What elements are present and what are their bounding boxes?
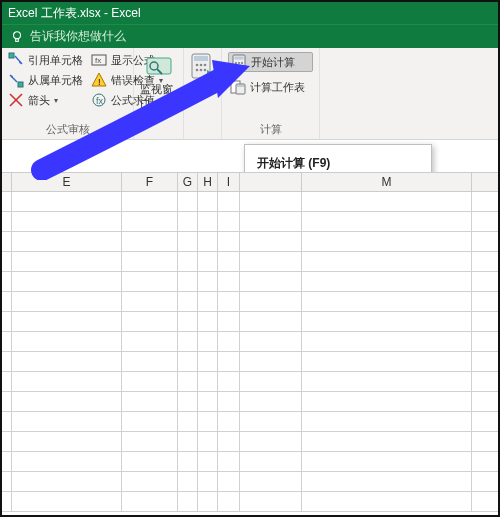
table-row[interactable] <box>2 212 498 232</box>
column-header[interactable]: E <box>12 173 122 191</box>
cell[interactable] <box>218 252 240 271</box>
column-header[interactable]: I <box>218 173 240 191</box>
cell[interactable] <box>12 352 122 371</box>
cell[interactable] <box>198 192 218 211</box>
cell[interactable] <box>122 492 178 511</box>
cell[interactable] <box>302 472 472 491</box>
table-row[interactable] <box>2 252 498 272</box>
cell[interactable] <box>122 352 178 371</box>
cell[interactable] <box>198 332 218 351</box>
cell[interactable] <box>178 252 198 271</box>
cell[interactable] <box>178 432 198 451</box>
cell[interactable] <box>302 252 472 271</box>
cell[interactable] <box>240 312 302 331</box>
cell[interactable] <box>198 432 218 451</box>
cell[interactable] <box>12 272 122 291</box>
cell[interactable] <box>240 212 302 231</box>
table-row[interactable] <box>2 472 498 492</box>
cell[interactable] <box>122 332 178 351</box>
cell[interactable] <box>302 312 472 331</box>
cell[interactable] <box>198 492 218 511</box>
cell[interactable] <box>12 212 122 231</box>
cell[interactable] <box>198 272 218 291</box>
cell[interactable] <box>122 312 178 331</box>
cell[interactable] <box>2 212 12 231</box>
cell[interactable] <box>218 392 240 411</box>
table-row[interactable] <box>2 192 498 212</box>
cell[interactable] <box>12 392 122 411</box>
cell[interactable] <box>178 292 198 311</box>
cell[interactable] <box>2 272 12 291</box>
column-header[interactable]: G <box>178 173 198 191</box>
cell[interactable] <box>12 492 122 511</box>
calculation-options-button[interactable]: 计 <box>190 52 215 97</box>
cell[interactable] <box>12 412 122 431</box>
table-row[interactable] <box>2 312 498 332</box>
cell[interactable] <box>122 272 178 291</box>
cell[interactable] <box>240 392 302 411</box>
cell[interactable] <box>198 252 218 271</box>
table-row[interactable] <box>2 492 498 512</box>
cell[interactable] <box>218 212 240 231</box>
cell[interactable] <box>178 392 198 411</box>
cell[interactable] <box>2 472 12 491</box>
cell[interactable] <box>198 392 218 411</box>
cell[interactable] <box>240 352 302 371</box>
cell[interactable] <box>12 432 122 451</box>
cell[interactable] <box>12 192 122 211</box>
cell[interactable] <box>2 292 12 311</box>
cell[interactable] <box>2 192 12 211</box>
cell[interactable] <box>12 372 122 391</box>
table-row[interactable] <box>2 352 498 372</box>
cell[interactable] <box>302 332 472 351</box>
spreadsheet-grid[interactable]: E F G H I M <box>2 172 498 515</box>
table-row[interactable] <box>2 272 498 292</box>
cell[interactable] <box>178 212 198 231</box>
table-row[interactable] <box>2 432 498 452</box>
cell[interactable] <box>218 232 240 251</box>
cell[interactable] <box>302 352 472 371</box>
cell[interactable] <box>198 312 218 331</box>
cell[interactable] <box>178 312 198 331</box>
column-header[interactable]: F <box>122 173 178 191</box>
cell[interactable] <box>218 492 240 511</box>
table-row[interactable] <box>2 232 498 252</box>
cell[interactable] <box>2 412 12 431</box>
cell[interactable] <box>218 272 240 291</box>
cell[interactable] <box>178 352 198 371</box>
cell[interactable] <box>240 292 302 311</box>
cell[interactable] <box>198 452 218 471</box>
cell[interactable] <box>198 372 218 391</box>
cell[interactable] <box>198 292 218 311</box>
cell[interactable] <box>218 292 240 311</box>
cell[interactable] <box>218 412 240 431</box>
cell[interactable] <box>198 412 218 431</box>
cell[interactable] <box>2 312 12 331</box>
cell[interactable] <box>198 472 218 491</box>
tell-me-bar[interactable]: 告诉我你想做什么 <box>2 24 498 48</box>
cell[interactable] <box>302 212 472 231</box>
cell[interactable] <box>2 392 12 411</box>
cell[interactable] <box>302 452 472 471</box>
cell[interactable] <box>2 492 12 511</box>
table-row[interactable] <box>2 292 498 312</box>
cell[interactable] <box>12 292 122 311</box>
calculate-sheet-button[interactable]: 计算工作表 <box>228 78 313 96</box>
cell[interactable] <box>240 372 302 391</box>
cell[interactable] <box>178 452 198 471</box>
cell[interactable] <box>218 372 240 391</box>
cell[interactable] <box>122 412 178 431</box>
cell[interactable] <box>12 452 122 471</box>
table-row[interactable] <box>2 412 498 432</box>
cell[interactable] <box>240 492 302 511</box>
cell[interactable] <box>122 252 178 271</box>
cell[interactable] <box>122 392 178 411</box>
cell[interactable] <box>2 352 12 371</box>
cell[interactable] <box>302 492 472 511</box>
cell[interactable] <box>302 192 472 211</box>
cell[interactable] <box>122 212 178 231</box>
cell[interactable] <box>240 452 302 471</box>
cell[interactable] <box>218 312 240 331</box>
trace-dependents-button[interactable]: 从属单元格 <box>8 72 83 88</box>
column-header[interactable]: M <box>302 173 472 191</box>
